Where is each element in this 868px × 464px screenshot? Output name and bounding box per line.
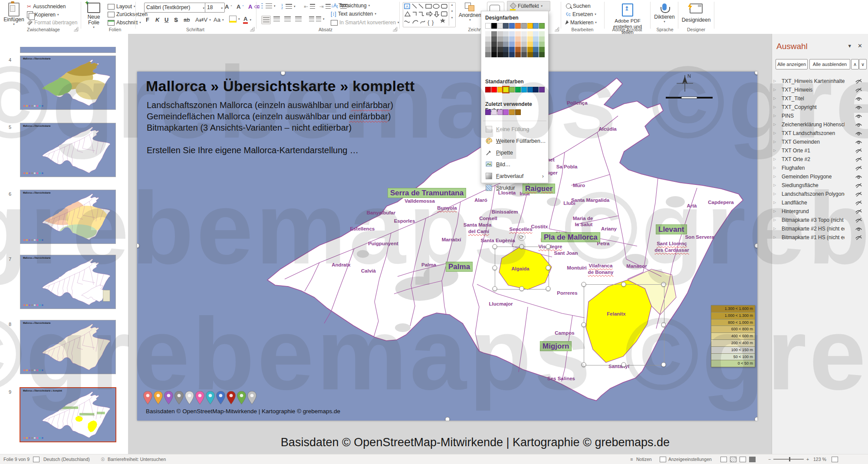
color-swatch[interactable] [485,109,491,115]
align-text-button[interactable]: [↕]Text ausrichten▾ [331,11,376,17]
selection-handle[interactable] [546,265,551,270]
map-pin-icon[interactable] [206,391,215,406]
object-name[interactable]: Landschaftszonen Polygone [782,191,845,197]
fill-menu-item[interactable]: Struktur› [481,182,548,194]
strikethrough-button[interactable]: ab [184,16,190,23]
underline-button[interactable]: U [164,16,168,23]
eye-hidden-icon[interactable] [855,165,862,173]
map-pin-icon[interactable] [143,391,152,406]
color-variant-swatch[interactable] [533,47,539,52]
selection-handle[interactable] [621,282,626,287]
object-name[interactable]: Hintergrund [782,208,809,214]
color-variant-swatch[interactable] [527,47,533,52]
justify-button[interactable] [295,16,302,22]
color-variant-swatch[interactable] [491,36,497,42]
color-swatch[interactable] [527,87,533,92]
shapes-gallery[interactable]: A {} ▴▾▾ [403,2,456,27]
object-name[interactable]: TXT Orte #2 [782,156,810,162]
expand-arrow-icon[interactable]: ▷ [773,96,776,100]
select-button[interactable]: Markieren▾ [566,20,597,26]
reading-view-icon[interactable] [740,457,746,462]
object-name[interactable]: Bitmapkarte #1 HS (nicht ed... [782,234,845,240]
object-name[interactable]: TXT Gemeinden [782,139,820,145]
object-name[interactable]: TXT_Hinweis [782,87,812,93]
slide-thumbnail[interactable]: Mallorca » Übersichtskarte [20,190,116,244]
slide-object-handle[interactable] [755,417,758,421]
slide-thumbnail[interactable]: Mallorca » Übersichtskarte [20,320,116,374]
map-pin-icon[interactable] [164,391,173,406]
color-variant-swatch[interactable] [515,42,521,47]
color-variant-swatch[interactable] [485,36,491,42]
expand-arrow-icon[interactable]: ▷ [773,79,776,83]
eye-visible-icon[interactable] [855,113,862,121]
expand-arrow-icon[interactable]: ▷ [773,183,776,187]
color-variant-swatch[interactable] [503,42,509,47]
selection-handle[interactable] [661,362,666,367]
normal-view-icon[interactable] [720,457,727,462]
color-variant-swatch[interactable] [539,36,545,42]
copy-button[interactable]: Kopieren▾ [27,11,59,18]
accessibility-status[interactable]: Barrierefreiheit: Untersuchen [108,457,166,462]
color-variant-swatch[interactable] [509,31,515,36]
show-all-button[interactable]: Alle anzeigen [776,59,808,69]
color-variant-swatch[interactable] [491,52,497,57]
selection-pane-item[interactable]: ▷TXT_Hinweis [772,86,868,95]
convert-smartart-button[interactable]: In SmartArt konvertieren▾ [331,20,399,26]
color-swatch[interactable] [521,87,527,92]
slide-object-handle[interactable] [755,244,758,248]
color-variant-swatch[interactable] [521,36,527,42]
object-name[interactable]: Flughafen [782,165,805,171]
map-pin-icon[interactable] [247,391,256,406]
expand-arrow-icon[interactable]: ▷ [773,105,776,109]
selection-handle[interactable] [493,265,497,270]
color-swatch[interactable] [497,109,503,115]
object-name[interactable]: TXT Landschaftszonen [782,130,835,136]
replace-button[interactable]: ʕcErsetzen▾ [566,11,596,17]
zoom-level[interactable]: 123 % [813,457,826,462]
color-variant-swatch[interactable] [515,31,521,36]
color-swatch[interactable] [485,23,491,29]
align-left-button[interactable] [261,16,271,24]
color-variant-swatch[interactable] [521,31,527,36]
color-variant-swatch[interactable] [491,31,497,36]
elevation-legend[interactable]: 1.300 < 1.600 m1.000 < 1.300 m800 < 1.00… [711,305,755,367]
color-variant-swatch[interactable] [527,31,533,36]
selection-handle[interactable] [519,244,524,249]
selection-handle[interactable] [519,286,524,291]
selection-pane-item[interactable]: ▷TXT Orte #1 [772,147,868,155]
eye-visible-icon[interactable] [855,174,862,181]
color-variant-swatch[interactable] [515,52,521,57]
fill-effect-button[interactable]: Fülleffekt▾ [507,1,550,11]
fill-menu-item[interactable]: Bild… [481,158,548,170]
selection-handle[interactable] [582,362,586,367]
expand-arrow-icon[interactable]: ▷ [773,174,776,178]
zoom-out-icon[interactable]: − [768,457,771,462]
color-variant-swatch[interactable] [485,42,491,47]
font-dialog-launcher-icon[interactable] [250,27,254,31]
map-pins-row[interactable] [143,391,256,406]
eye-hidden-icon[interactable] [855,234,862,242]
object-name[interactable]: TXT_Titel [782,95,804,102]
slide-sorter-view-icon[interactable] [730,457,736,462]
selection-pane-item[interactable]: ▷Bitmapkarte #3 Topo (nicht ... [772,216,868,225]
color-variant-swatch[interactable] [533,36,539,42]
grow-font-button[interactable]: Aˆ [225,3,232,10]
color-variant-swatch[interactable] [509,47,515,52]
selection-handle[interactable] [661,282,666,287]
change-case-button[interactable]: Aa▾ [214,16,224,23]
expand-arrow-icon[interactable]: ▷ [773,157,776,161]
eye-hidden-icon[interactable] [855,148,862,155]
eye-hidden-icon[interactable] [855,87,862,95]
expand-arrow-icon[interactable]: ▷ [773,114,776,118]
color-swatch[interactable] [503,87,509,92]
color-variant-swatch[interactable] [485,31,491,36]
map-pin-icon[interactable] [185,391,194,406]
eye-visible-icon[interactable] [855,130,862,138]
pane-menu-icon[interactable]: ▾ [848,43,851,49]
color-swatch[interactable] [515,109,521,115]
expand-arrow-icon[interactable]: ▷ [773,122,776,126]
bullets-button[interactable]: ▾ [261,3,276,9]
dictate-button[interactable]: Diktieren▾ [653,3,676,23]
move-up-button[interactable]: ∧ [851,59,859,69]
expand-arrow-icon[interactable]: ▷ [773,166,776,170]
